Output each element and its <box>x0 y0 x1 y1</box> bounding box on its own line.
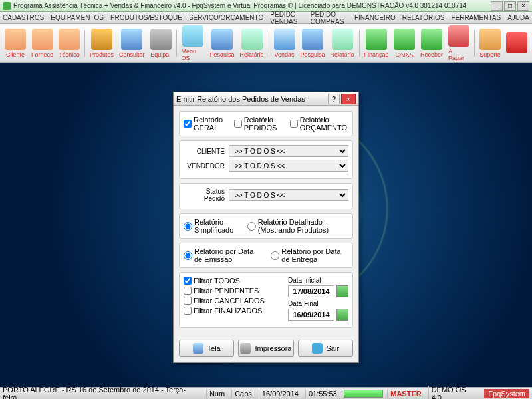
report-icon <box>241 29 263 50</box>
toolbar-label: Relatório <box>331 51 354 58</box>
toolbar-pesquisa[interactable]: Pesquisa <box>208 27 237 59</box>
app-icon <box>3 2 11 10</box>
label-status: Status Pedido <box>184 188 229 202</box>
toolbar-receber[interactable]: Receber <box>418 27 445 59</box>
toolbar-menuos[interactable]: Menu OS <box>179 24 206 63</box>
toolbar-relatrio[interactable]: Relatório <box>238 27 266 59</box>
menu-equipamentos[interactable]: EQUIPAMENTOS <box>51 14 104 21</box>
select-status[interactable]: >> T O D O S << <box>229 189 348 201</box>
toolbar-relatrio[interactable]: Relatório <box>329 27 356 59</box>
person-icon <box>5 29 26 50</box>
checkbox-relatorio-orcamento[interactable]: Relatório ORÇAMENTO <box>290 116 348 132</box>
search-icon <box>211 29 233 50</box>
support-icon <box>479 29 501 50</box>
maximize-button[interactable]: □ <box>504 1 516 11</box>
toolbar: ClienteForneceTécnicoProdutosConsultarEq… <box>0 24 532 63</box>
status-date: 16/09/2014 <box>259 390 301 398</box>
toolbar-exit[interactable] <box>504 31 529 56</box>
checkbox-filtrar-pendentes[interactable]: Filtrar PENDENTES <box>184 287 288 295</box>
label-data-inicial: Data Inicial <box>288 277 348 284</box>
toolbar-produtos[interactable]: Produtos <box>88 27 116 59</box>
printer-icon <box>240 343 251 354</box>
menu-bar: CADASTROSEQUIPAMENTOSPRODUTOS/ESTOQUESER… <box>0 12 532 24</box>
dialog-titlebar: Emitir Relatório dos Pedidos de Vendas ?… <box>174 92 358 106</box>
toolbar-fornece[interactable]: Fornece <box>29 27 55 59</box>
status-brand: FpqSystem <box>484 389 529 398</box>
menu-pedidovendas[interactable]: PEDIDO VENDAS <box>270 11 303 25</box>
title-bar: Programa Assistência Técnica + Vendas & … <box>0 0 532 12</box>
help-button[interactable]: ? <box>328 94 340 104</box>
dialog-close-button[interactable]: × <box>341 94 356 104</box>
money-icon <box>421 29 442 50</box>
menu-financeiro[interactable]: FINANCEIRO <box>354 14 396 21</box>
menu-cadastros[interactable]: CADASTROS <box>3 14 44 21</box>
toolbar-suporte[interactable]: Suporte <box>477 27 503 59</box>
checkbox-filtrar-finalizados[interactable]: Filtrar FINALIZADOS <box>184 307 288 315</box>
toolbar-apagar[interactable]: A Pagar <box>446 24 471 63</box>
toolbar-separator <box>84 30 85 57</box>
toolbar-separator <box>176 30 177 57</box>
toolbar-consultar[interactable]: Consultar <box>117 27 147 59</box>
checkbox-relatorio-geral[interactable]: Relatório GERAL <box>184 116 227 132</box>
label-cliente: CLIENTE <box>184 148 229 155</box>
report-dialog: Emitir Relatório dos Pedidos de Vendas ?… <box>173 92 359 363</box>
toolbar-finanas[interactable]: Finanças <box>362 27 391 59</box>
calendar-icon[interactable] <box>336 309 348 321</box>
toolbar-label: Menu OS <box>181 48 204 61</box>
toolbar-label: Pesquisa <box>301 51 325 58</box>
toolbar-separator <box>474 30 475 57</box>
toolbar-label: Técnico <box>59 51 80 58</box>
menu-pedidocompras[interactable]: PEDIDO COMPRAS <box>311 11 348 25</box>
toolbar-vendas[interactable]: Vendas <box>272 27 297 59</box>
checkbox-filtrar-cancelados[interactable]: Filtrar CANCELADOS <box>184 297 288 305</box>
calendar-icon[interactable] <box>336 285 348 297</box>
toolbar-cliente[interactable]: Cliente <box>3 27 28 59</box>
toolbar-caixa[interactable]: CAIXA <box>392 27 417 59</box>
pay-icon <box>448 25 469 47</box>
radio-data-entrega[interactable]: Relatório por Data de Entrega <box>271 247 348 263</box>
toolbar-tcnico[interactable]: Técnico <box>57 27 82 59</box>
input-data-inicial[interactable] <box>288 285 334 297</box>
menu-ferramentas[interactable]: FERRAMENTAS <box>451 14 501 21</box>
menu-produtosestoque[interactable]: PRODUTOS/ESTOQUE <box>110 14 182 21</box>
button-sair[interactable]: Sair <box>298 340 353 357</box>
toolbar-label: Cliente <box>6 51 25 58</box>
checkbox-filtrar-todos[interactable]: Filtrar TODOS <box>184 277 288 285</box>
checkbox-relatorio-pedidos[interactable]: Relatório PEDIDOS <box>234 116 283 132</box>
person-icon <box>32 29 53 50</box>
status-bar: PORTO ALEGRE - RS 16 de Setembro de 2014… <box>0 387 532 399</box>
toolbar-equipa[interactable]: Equipa. <box>148 27 174 59</box>
toolbar-pesquisa[interactable]: Pesquisa <box>299 27 327 59</box>
button-tela[interactable]: Tela <box>179 340 234 357</box>
money-icon <box>366 29 387 50</box>
toolbar-label: Receber <box>420 51 443 58</box>
status-progress <box>344 390 383 398</box>
person-icon <box>59 29 80 50</box>
radio-detalhado[interactable]: Relatório Detalhado (Mostrando Produtos) <box>247 218 348 234</box>
toolbar-label: Finanças <box>364 51 389 58</box>
close-button[interactable]: × <box>517 1 529 11</box>
menu-serviooramento[interactable]: SERVIÇO/ORÇAMENTO <box>189 14 263 21</box>
toolbar-label: Equipa. <box>150 51 171 58</box>
search-icon <box>121 29 142 50</box>
search-icon <box>302 29 323 50</box>
select-cliente[interactable]: >> T O D O S << <box>229 145 348 157</box>
radio-simplificado[interactable]: Relatório Simplificado <box>184 218 239 234</box>
button-impressora[interactable]: Impressora <box>238 340 293 357</box>
exit-icon <box>312 343 323 354</box>
minimize-button[interactable]: _ <box>491 1 503 11</box>
label-data-final: Data Final <box>288 300 348 307</box>
gear-icon <box>150 29 172 50</box>
menu-ajuda[interactable]: AJUDA <box>507 14 529 21</box>
screen-icon <box>193 343 203 354</box>
toolbar-label: Produtos <box>90 51 114 58</box>
radio-data-emissao[interactable]: Relatório por Data de Emissão <box>184 247 263 263</box>
input-data-final[interactable] <box>288 309 334 321</box>
toolbar-label: Consultar <box>119 51 145 58</box>
screen-icon <box>274 29 295 50</box>
menu-relatrios[interactable]: RELATÓRIOS <box>402 14 445 21</box>
report-icon <box>332 29 353 50</box>
select-vendedor[interactable]: >> T O D O S << <box>229 160 348 172</box>
dialog-title: Emitir Relatório dos Pedidos de Vendas <box>176 95 327 103</box>
status-caps: Caps <box>231 390 255 398</box>
